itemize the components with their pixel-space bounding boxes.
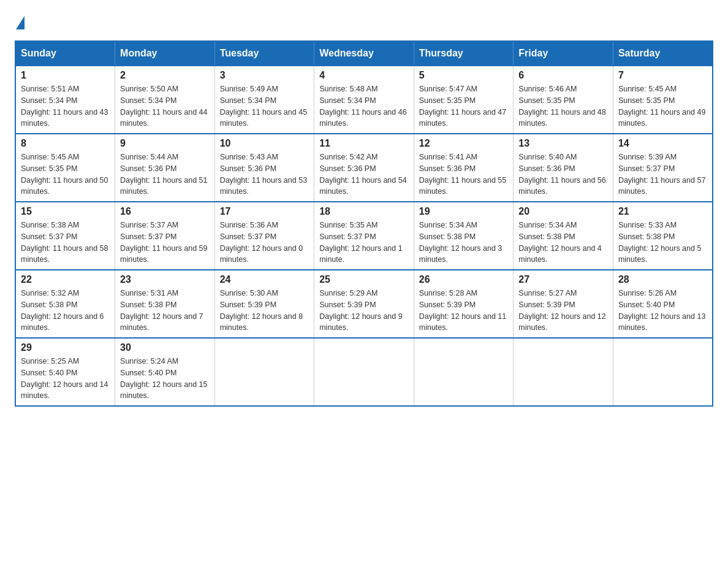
day-info: Sunrise: 5:33 AMSunset: 5:38 PMDaylight:…	[618, 220, 707, 266]
calendar-cell: 25Sunrise: 5:29 AMSunset: 5:39 PMDayligh…	[314, 270, 414, 338]
day-of-week-header: Friday	[514, 41, 613, 66]
calendar-week-row: 8Sunrise: 5:45 AMSunset: 5:35 PMDaylight…	[15, 134, 713, 202]
day-number: 26	[419, 274, 509, 285]
day-of-week-header: Saturday	[613, 41, 713, 66]
day-number: 20	[518, 206, 608, 217]
calendar-header-row: SundayMondayTuesdayWednesdayThursdayFrid…	[15, 41, 713, 66]
day-number: 18	[319, 206, 409, 217]
day-of-week-header: Wednesday	[314, 41, 414, 66]
day-info: Sunrise: 5:46 AMSunset: 5:35 PMDaylight:…	[518, 83, 608, 129]
day-info: Sunrise: 5:28 AMSunset: 5:39 PMDaylight:…	[419, 288, 509, 334]
day-number: 2	[120, 70, 210, 81]
calendar-cell: 11Sunrise: 5:42 AMSunset: 5:36 PMDayligh…	[314, 134, 414, 202]
calendar-cell: 3Sunrise: 5:49 AMSunset: 5:34 PMDaylight…	[214, 66, 314, 134]
calendar-cell	[414, 338, 514, 406]
calendar-week-row: 15Sunrise: 5:38 AMSunset: 5:37 PMDayligh…	[15, 202, 713, 270]
day-number: 28	[618, 274, 707, 285]
logo	[15, 15, 26, 28]
day-info: Sunrise: 5:44 AMSunset: 5:36 PMDaylight:…	[120, 151, 210, 197]
day-info: Sunrise: 5:38 AMSunset: 5:37 PMDaylight:…	[21, 220, 110, 266]
day-number: 13	[518, 138, 608, 149]
day-number: 25	[319, 274, 409, 285]
calendar-cell: 26Sunrise: 5:28 AMSunset: 5:39 PMDayligh…	[414, 270, 514, 338]
calendar-week-row: 22Sunrise: 5:32 AMSunset: 5:38 PMDayligh…	[15, 270, 713, 338]
day-info: Sunrise: 5:39 AMSunset: 5:37 PMDaylight:…	[618, 151, 707, 197]
day-info: Sunrise: 5:49 AMSunset: 5:34 PMDaylight:…	[220, 83, 309, 129]
day-number: 11	[319, 138, 409, 149]
day-info: Sunrise: 5:48 AMSunset: 5:34 PMDaylight:…	[319, 83, 409, 129]
day-number: 24	[220, 274, 309, 285]
calendar-cell: 23Sunrise: 5:31 AMSunset: 5:38 PMDayligh…	[115, 270, 215, 338]
calendar-cell	[214, 338, 314, 406]
calendar-cell: 9Sunrise: 5:44 AMSunset: 5:36 PMDaylight…	[115, 134, 215, 202]
calendar-cell: 16Sunrise: 5:37 AMSunset: 5:37 PMDayligh…	[115, 202, 215, 270]
day-of-week-header: Sunday	[15, 41, 115, 66]
calendar-week-row: 1Sunrise: 5:51 AMSunset: 5:34 PMDaylight…	[15, 66, 713, 134]
day-info: Sunrise: 5:32 AMSunset: 5:38 PMDaylight:…	[21, 288, 110, 334]
calendar-cell: 28Sunrise: 5:26 AMSunset: 5:40 PMDayligh…	[613, 270, 713, 338]
day-number: 5	[419, 70, 509, 81]
day-number: 21	[618, 206, 707, 217]
calendar-cell: 29Sunrise: 5:25 AMSunset: 5:40 PMDayligh…	[15, 338, 115, 406]
day-info: Sunrise: 5:25 AMSunset: 5:40 PMDaylight:…	[21, 356, 110, 402]
day-number: 14	[618, 138, 707, 149]
day-info: Sunrise: 5:26 AMSunset: 5:40 PMDaylight:…	[618, 288, 707, 334]
day-of-week-header: Thursday	[414, 41, 514, 66]
calendar-cell	[613, 338, 713, 406]
day-number: 12	[419, 138, 509, 149]
day-info: Sunrise: 5:36 AMSunset: 5:37 PMDaylight:…	[220, 220, 309, 266]
day-number: 22	[21, 274, 110, 285]
calendar-week-row: 29Sunrise: 5:25 AMSunset: 5:40 PMDayligh…	[15, 338, 713, 406]
day-info: Sunrise: 5:31 AMSunset: 5:38 PMDaylight:…	[120, 288, 210, 334]
calendar-cell: 6Sunrise: 5:46 AMSunset: 5:35 PMDaylight…	[514, 66, 613, 134]
calendar-cell: 15Sunrise: 5:38 AMSunset: 5:37 PMDayligh…	[15, 202, 115, 270]
day-info: Sunrise: 5:40 AMSunset: 5:36 PMDaylight:…	[518, 151, 608, 197]
calendar-cell: 4Sunrise: 5:48 AMSunset: 5:34 PMDaylight…	[314, 66, 414, 134]
calendar-cell: 5Sunrise: 5:47 AMSunset: 5:35 PMDaylight…	[414, 66, 514, 134]
calendar-cell: 12Sunrise: 5:41 AMSunset: 5:36 PMDayligh…	[414, 134, 514, 202]
calendar-cell: 18Sunrise: 5:35 AMSunset: 5:37 PMDayligh…	[314, 202, 414, 270]
day-number: 16	[120, 206, 210, 217]
day-number: 17	[220, 206, 309, 217]
day-info: Sunrise: 5:35 AMSunset: 5:37 PMDaylight:…	[319, 220, 409, 266]
day-of-week-header: Tuesday	[214, 41, 314, 66]
calendar-cell	[514, 338, 613, 406]
day-info: Sunrise: 5:30 AMSunset: 5:39 PMDaylight:…	[220, 288, 309, 334]
day-info: Sunrise: 5:45 AMSunset: 5:35 PMDaylight:…	[21, 151, 110, 197]
day-info: Sunrise: 5:51 AMSunset: 5:34 PMDaylight:…	[21, 83, 110, 129]
calendar-cell: 22Sunrise: 5:32 AMSunset: 5:38 PMDayligh…	[15, 270, 115, 338]
day-info: Sunrise: 5:43 AMSunset: 5:36 PMDaylight:…	[220, 151, 309, 197]
day-number: 27	[518, 274, 608, 285]
day-info: Sunrise: 5:34 AMSunset: 5:38 PMDaylight:…	[518, 220, 608, 266]
day-info: Sunrise: 5:50 AMSunset: 5:34 PMDaylight:…	[120, 83, 210, 129]
calendar-cell: 19Sunrise: 5:34 AMSunset: 5:38 PMDayligh…	[414, 202, 514, 270]
calendar-cell: 2Sunrise: 5:50 AMSunset: 5:34 PMDaylight…	[115, 66, 215, 134]
day-info: Sunrise: 5:45 AMSunset: 5:35 PMDaylight:…	[618, 83, 707, 129]
calendar-cell: 17Sunrise: 5:36 AMSunset: 5:37 PMDayligh…	[214, 202, 314, 270]
day-number: 29	[21, 342, 110, 353]
day-info: Sunrise: 5:37 AMSunset: 5:37 PMDaylight:…	[120, 220, 210, 266]
page-header	[15, 15, 713, 28]
calendar-cell: 13Sunrise: 5:40 AMSunset: 5:36 PMDayligh…	[514, 134, 613, 202]
day-of-week-header: Monday	[115, 41, 215, 66]
calendar-cell: 24Sunrise: 5:30 AMSunset: 5:39 PMDayligh…	[214, 270, 314, 338]
day-info: Sunrise: 5:29 AMSunset: 5:39 PMDaylight:…	[319, 288, 409, 334]
calendar-cell: 27Sunrise: 5:27 AMSunset: 5:39 PMDayligh…	[514, 270, 613, 338]
calendar-cell: 8Sunrise: 5:45 AMSunset: 5:35 PMDaylight…	[15, 134, 115, 202]
day-number: 15	[21, 206, 110, 217]
calendar-table: SundayMondayTuesdayWednesdayThursdayFrid…	[15, 40, 713, 407]
day-info: Sunrise: 5:24 AMSunset: 5:40 PMDaylight:…	[120, 356, 210, 402]
day-info: Sunrise: 5:41 AMSunset: 5:36 PMDaylight:…	[419, 151, 509, 197]
day-number: 19	[419, 206, 509, 217]
calendar-cell: 21Sunrise: 5:33 AMSunset: 5:38 PMDayligh…	[613, 202, 713, 270]
day-number: 1	[21, 70, 110, 81]
calendar-cell: 1Sunrise: 5:51 AMSunset: 5:34 PMDaylight…	[15, 66, 115, 134]
day-info: Sunrise: 5:34 AMSunset: 5:38 PMDaylight:…	[419, 220, 509, 266]
day-number: 4	[319, 70, 409, 81]
calendar-cell: 14Sunrise: 5:39 AMSunset: 5:37 PMDayligh…	[613, 134, 713, 202]
calendar-cell: 7Sunrise: 5:45 AMSunset: 5:35 PMDaylight…	[613, 66, 713, 134]
day-info: Sunrise: 5:27 AMSunset: 5:39 PMDaylight:…	[518, 288, 608, 334]
calendar-cell: 20Sunrise: 5:34 AMSunset: 5:38 PMDayligh…	[514, 202, 613, 270]
calendar-cell	[314, 338, 414, 406]
day-info: Sunrise: 5:42 AMSunset: 5:36 PMDaylight:…	[319, 151, 409, 197]
